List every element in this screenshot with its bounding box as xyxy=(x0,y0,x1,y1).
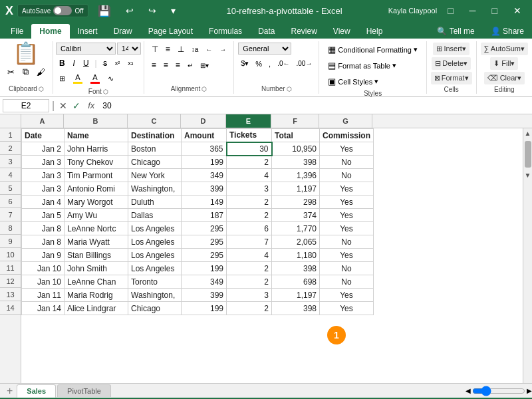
cell-styles-button[interactable]: ▣ Cell Styles ▾ xyxy=(323,74,422,88)
row-num-3[interactable]: 3 xyxy=(0,155,21,168)
tab-home[interactable]: Home xyxy=(31,24,69,39)
tell-me-button[interactable]: 🔍 Tell me xyxy=(429,24,483,39)
cell-b5[interactable]: Antonio Romi xyxy=(65,182,128,196)
customize-qat-button[interactable]: ▾ xyxy=(166,4,181,17)
tab-review[interactable]: Review xyxy=(283,24,325,39)
fill-color-button[interactable]: A xyxy=(70,72,86,85)
align-center-button[interactable]: ≡ xyxy=(160,59,172,72)
cell-b13[interactable]: Maria Rodrig xyxy=(65,289,128,302)
cell-a2[interactable]: Jan 2 xyxy=(22,142,65,156)
cell-b14[interactable]: Alice Lindgrar xyxy=(65,302,128,315)
cell-c13[interactable]: Washington, xyxy=(128,289,182,302)
cell-a1[interactable]: Date xyxy=(22,129,65,142)
cell-b9[interactable]: Maria Wyatt xyxy=(65,235,128,249)
fill-button[interactable]: ⬇ Fill▾ xyxy=(490,57,518,70)
cell-b8[interactable]: LeAnne Nortc xyxy=(65,222,128,235)
cell-c7[interactable]: Dallas xyxy=(128,209,182,222)
superscript-button[interactable]: x² xyxy=(112,59,124,68)
cell-e10[interactable]: 4 xyxy=(227,249,272,262)
row-num-12[interactable]: 12 xyxy=(0,275,21,288)
cell-f11[interactable]: 398 xyxy=(272,262,320,275)
font-color-button[interactable]: A xyxy=(87,72,103,85)
number-expand-icon[interactable]: ⬡ xyxy=(287,86,292,92)
cell-a8[interactable]: Jan 8 xyxy=(22,222,65,235)
row-num-1[interactable]: 1 xyxy=(0,128,21,142)
align-right-button[interactable]: ≡ xyxy=(172,59,184,72)
align-left-button[interactable]: ≡ xyxy=(148,59,160,72)
cell-d13[interactable]: 399 xyxy=(182,289,227,302)
cell-d1[interactable]: Amount xyxy=(182,129,227,142)
tab-data[interactable]: Data xyxy=(250,24,283,39)
cell-c8[interactable]: Los Angeles xyxy=(128,222,182,235)
col-header-a[interactable]: A xyxy=(21,114,64,128)
cell-e1[interactable]: Tickets xyxy=(227,129,272,142)
cell-reference-input[interactable] xyxy=(3,99,49,112)
formula-input[interactable] xyxy=(100,100,529,112)
scroll-right-button[interactable]: ▶ xyxy=(527,387,532,394)
col-header-b[interactable]: B xyxy=(64,114,128,128)
vertical-scrollbar[interactable]: ▲ ▼ xyxy=(523,128,532,383)
subscript-button[interactable]: x₂ xyxy=(124,59,137,68)
col-header-e[interactable]: E xyxy=(226,114,271,128)
font-name-select[interactable]: Calibri xyxy=(56,43,116,55)
redo-button[interactable]: ↪ xyxy=(143,4,162,17)
conditional-formatting-button[interactable]: ▦ Conditional Formatting ▾ xyxy=(323,43,422,57)
scroll-up-button[interactable]: ▲ xyxy=(523,128,532,138)
cell-f13[interactable]: 1,197 xyxy=(272,289,320,302)
cell-g14[interactable]: Yes xyxy=(320,302,374,315)
copy-button[interactable]: ⧉ xyxy=(19,65,32,78)
cell-a11[interactable]: Jan 10 xyxy=(22,262,65,275)
cell-f12[interactable]: 698 xyxy=(272,275,320,289)
paste-button[interactable]: 📋 xyxy=(13,43,39,64)
row-num-8[interactable]: 8 xyxy=(0,221,21,235)
indent-increase-button[interactable]: → xyxy=(216,43,229,56)
cell-c11[interactable]: Los Angeles xyxy=(128,262,182,275)
col-header-g[interactable]: G xyxy=(319,114,372,128)
scroll-thumb[interactable] xyxy=(525,141,531,168)
tab-file[interactable]: File xyxy=(3,24,31,39)
cell-g4[interactable]: No xyxy=(320,169,374,182)
insert-cells-button[interactable]: ⊞ Insert▾ xyxy=(433,43,469,55)
cell-g8[interactable]: Yes xyxy=(320,222,374,235)
close-button[interactable]: ✕ xyxy=(508,4,527,17)
merge-center-button[interactable]: ⊞▾ xyxy=(197,59,212,72)
spreadsheet-grid[interactable]: Date Name Destination Amount Tickets Tot… xyxy=(21,128,523,383)
cell-g5[interactable]: Yes xyxy=(320,182,374,196)
cell-c14[interactable]: Chicago xyxy=(128,302,182,315)
maximize-button[interactable]: □ xyxy=(487,4,503,17)
col-header-f[interactable]: F xyxy=(271,114,319,128)
formula-confirm-button[interactable]: ✓ xyxy=(70,100,82,111)
tab-help[interactable]: Help xyxy=(358,24,391,39)
row-num-10[interactable]: 10 xyxy=(0,248,21,261)
cell-g13[interactable]: Yes xyxy=(320,289,374,302)
cell-d9[interactable]: 295 xyxy=(182,235,227,249)
cell-f10[interactable]: 1,180 xyxy=(272,249,320,262)
align-middle-button[interactable]: ≡ xyxy=(162,43,174,56)
cell-b2[interactable]: John Harris xyxy=(65,142,128,156)
cell-d3[interactable]: 199 xyxy=(182,156,227,169)
share-button[interactable]: 👤 Share xyxy=(483,24,532,39)
sheet-tab-pivottable[interactable]: PivotTable xyxy=(57,384,111,397)
autosave-button[interactable]: AutoSave Off xyxy=(17,4,88,17)
cell-g2[interactable]: Yes xyxy=(320,142,374,156)
row-num-14[interactable]: 14 xyxy=(0,301,21,315)
cell-c4[interactable]: New York xyxy=(128,169,182,182)
cell-g10[interactable]: Yes xyxy=(320,249,374,262)
cell-a7[interactable]: Jan 5 xyxy=(22,209,65,222)
format-cells-button[interactable]: ⊠ Format▾ xyxy=(431,72,472,84)
cell-b7[interactable]: Amy Wu xyxy=(65,209,128,222)
cell-a13[interactable]: Jan 11 xyxy=(22,289,65,302)
delete-cells-button[interactable]: ⊟ Delete▾ xyxy=(432,57,471,70)
tab-view[interactable]: View xyxy=(325,24,358,39)
cell-g9[interactable]: No xyxy=(320,235,374,249)
cell-e9[interactable]: 7 xyxy=(227,235,272,249)
cell-b4[interactable]: Tim Parmont xyxy=(65,169,128,182)
percent-button[interactable]: % xyxy=(253,58,265,69)
horizontal-scrollbar[interactable] xyxy=(472,388,525,394)
cell-e3[interactable]: 2 xyxy=(227,156,272,169)
cell-d8[interactable]: 295 xyxy=(182,222,227,235)
cell-g1[interactable]: Commission xyxy=(320,129,374,142)
cell-g11[interactable]: No xyxy=(320,262,374,275)
cell-f5[interactable]: 1,197 xyxy=(272,182,320,196)
font-expand-icon[interactable]: ⬡ xyxy=(103,88,108,95)
